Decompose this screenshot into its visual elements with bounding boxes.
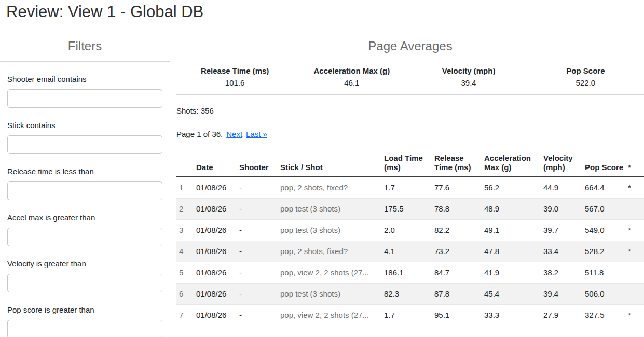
cell-pop-score: 506.0 (585, 283, 628, 304)
col-header-pop-score: Pop Score (585, 151, 628, 177)
cell-pop-score: 664.4 (585, 177, 628, 199)
cell-velocity: 27.9 (543, 304, 585, 326)
cell-velocity: 38.2 (543, 262, 585, 283)
avg-velocity-header: Velocity (mph) (410, 60, 527, 77)
col-header-stick-shot: Stick / Shot (280, 151, 384, 177)
cell-velocity: 39.0 (543, 198, 585, 219)
cell-load-time: 2.0 (384, 219, 434, 241)
filter-group-accel-max: Accel max is greater than (7, 213, 162, 246)
cell-stick-shot: pop test (3 shots) (280, 198, 384, 219)
pagination: Page 1 of 36.NextLast » (176, 130, 644, 139)
page-title: Review: View 1 - Global DB (6, 2, 644, 21)
cell-load-time: 1.7 (384, 304, 434, 326)
filter-group-release-time: Release time is less than (7, 167, 162, 200)
release-time-input[interactable] (7, 181, 162, 200)
cell-pop-score: 549.0 (585, 219, 628, 241)
cell-release-time: 84.7 (434, 262, 484, 283)
cell-stick-shot: pop, 2 shots, fixed? (280, 241, 384, 262)
cell-release-time: 95.1 (434, 304, 484, 326)
shots-table: Date Shooter Stick / Shot Load Time (ms)… (176, 151, 644, 326)
next-page-link[interactable]: Next (226, 130, 242, 138)
cell-star: * (628, 241, 644, 262)
cell-release-time: 77.6 (434, 177, 484, 199)
cell-star: * (628, 219, 644, 241)
stick-label: Stick contains (7, 121, 162, 130)
table-row: 3 01/08/26 - pop test (3 shots) 2.0 82.2… (176, 219, 644, 241)
page-header: Review: View 1 - Global DB (0, 2, 644, 21)
avg-pop-score-header: Pop Score (527, 60, 644, 77)
cell-date: 01/08/26 (196, 177, 239, 199)
page-averages-table: Release Time (ms) Acceleration Max (g) V… (176, 60, 644, 95)
col-header-velocity: Velocity (mph) (543, 151, 585, 177)
cell-pop-score: 511.8 (585, 262, 628, 283)
cell-load-time: 175.5 (384, 198, 434, 219)
cell-velocity: 33.4 (543, 241, 585, 262)
cell-stick-shot: pop, view 2, 2 shots (27... (280, 304, 384, 326)
avg-accel-max-value: 46.1 (293, 77, 410, 95)
row-number: 6 (176, 283, 196, 304)
cell-load-time: 4.1 (384, 241, 434, 262)
accel-max-input[interactable] (7, 228, 162, 246)
main-panel: Page Averages Release Time (ms) Accelera… (176, 25, 644, 326)
shots-table-header-row: Date Shooter Stick / Shot Load Time (ms)… (176, 151, 644, 177)
last-page-link[interactable]: Last » (246, 130, 267, 138)
cell-accel-max: 48.9 (484, 198, 543, 219)
cell-date: 01/08/26 (196, 262, 239, 283)
cell-date: 01/08/26 (196, 219, 239, 241)
table-row: 6 01/08/26 - pop test (3 shots) 82.3 87.… (176, 283, 644, 304)
cell-release-time: 87.8 (434, 283, 484, 304)
averages-header-row: Release Time (ms) Acceleration Max (g) V… (176, 60, 644, 77)
cell-star: * (628, 177, 644, 199)
row-number: 4 (176, 241, 196, 262)
row-number: 5 (176, 262, 196, 283)
cell-date: 01/08/26 (196, 198, 239, 219)
cell-stick-shot: pop, 2 shots, fixed? (280, 177, 384, 199)
cell-velocity: 39.4 (543, 283, 585, 304)
col-header-load-time: Load Time (ms) (384, 151, 434, 177)
cell-star: * (628, 304, 644, 326)
cell-shooter: - (239, 177, 280, 199)
cell-shooter: - (239, 262, 280, 283)
filter-group-velocity: Velocity is greater than (7, 259, 162, 292)
cell-load-time: 186.1 (384, 262, 434, 283)
cell-star (628, 283, 644, 304)
shooter-email-label: Shooter email contains (7, 75, 162, 84)
cell-shooter: - (239, 304, 280, 326)
row-number: 3 (176, 219, 196, 241)
cell-shooter: - (239, 198, 280, 219)
cell-date: 01/08/26 (196, 283, 239, 304)
cell-accel-max: 49.1 (484, 219, 543, 241)
cell-stick-shot: pop, view 2, 2 shots (27... (280, 262, 384, 283)
filter-group-pop-score: Pop score is greater than (7, 305, 162, 337)
pagination-status: Page 1 of 36. (176, 130, 223, 138)
pop-score-input[interactable] (7, 320, 162, 337)
col-header-release-time: Release Time (ms) (434, 151, 484, 177)
col-header-date: Date (196, 151, 239, 177)
cell-pop-score: 327.5 (585, 304, 628, 326)
col-header-accel-max: Acceleration Max (g) (484, 151, 543, 177)
avg-pop-score-value: 522.0 (527, 77, 644, 95)
shooter-email-input[interactable] (7, 89, 162, 108)
table-row: 5 01/08/26 - pop, view 2, 2 shots (27...… (176, 262, 644, 283)
filters-panel: Filters Shooter email contains Stick con… (0, 25, 170, 337)
cell-accel-max: 45.4 (484, 283, 543, 304)
col-header-num (176, 151, 196, 177)
cell-accel-max: 56.2 (484, 177, 543, 199)
cell-shooter: - (239, 219, 280, 241)
stick-input[interactable] (7, 135, 162, 154)
velocity-input[interactable] (7, 274, 162, 292)
cell-star (628, 198, 644, 219)
cell-load-time: 1.7 (384, 177, 434, 199)
cell-load-time: 82.3 (384, 283, 434, 304)
table-row: 7 01/08/26 - pop, view 2, 2 shots (27...… (176, 304, 644, 326)
avg-accel-max-header: Acceleration Max (g) (293, 60, 410, 77)
averages-value-row: 101.6 46.1 39.4 522.0 (176, 77, 644, 95)
row-number: 1 (176, 177, 196, 199)
avg-release-time-value: 101.6 (176, 77, 293, 95)
cell-shooter: - (239, 241, 280, 262)
cell-stick-shot: pop test (3 shots) (280, 219, 384, 241)
cell-velocity: 39.7 (543, 219, 585, 241)
table-row: 4 01/08/26 - pop, 2 shots, fixed? 4.1 73… (176, 241, 644, 262)
release-time-label: Release time is less than (7, 167, 162, 176)
avg-release-time-header: Release Time (ms) (176, 60, 293, 77)
